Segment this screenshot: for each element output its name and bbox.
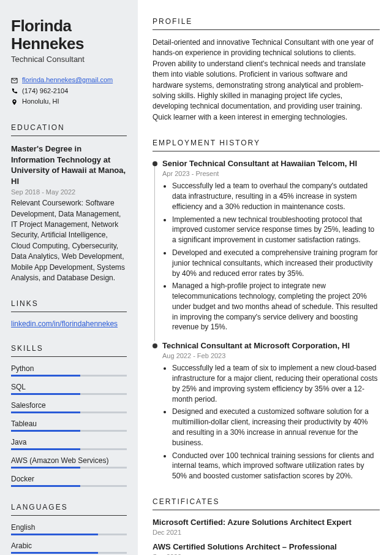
skill-label: Java [11, 438, 127, 446]
skill-bar [11, 393, 127, 395]
skills-heading: SKILLS [11, 344, 127, 353]
job-bullet: Successfully led a team of six to implem… [172, 363, 380, 404]
employment-heading: EMPLOYMENT HISTORY [153, 139, 380, 147]
skill-label: Python [11, 364, 127, 373]
job-bullet: Managed a high-profile project to integr… [172, 281, 380, 332]
certificate-entry: AWS Certified Solutions Architect – Prof… [153, 542, 380, 555]
name: Florinda Hennekes [11, 17, 127, 52]
skill-bar [11, 467, 127, 469]
education-dates: Sep 2018 - May 2022 [11, 188, 127, 196]
skills-list: PythonSQLSalesforceTableauJavaAWS (Amazo… [11, 364, 127, 487]
skill-item: Java [11, 438, 127, 450]
timeline-line [154, 166, 155, 341]
skill-label: AWS (Amazon Web Services) [11, 456, 127, 465]
skill-bar [11, 411, 127, 413]
education-degree: Master's Degree in Information Technolog… [11, 144, 127, 186]
skill-bar [11, 448, 127, 450]
location-icon [11, 99, 18, 105]
skill-bar-fill [11, 411, 80, 413]
certificate-title: Microsoft Certified: Azure Solutions Arc… [153, 518, 380, 527]
job-bullet: Developed and executed a comprehensive t… [172, 248, 380, 278]
jobs-list: Senior Technical Consultant at Hawaiian … [153, 159, 380, 481]
contact-phone-row: (174) 962-2104 [11, 86, 127, 97]
last-name: Hennekes [11, 34, 84, 53]
education-heading: EDUCATION [11, 123, 127, 132]
skill-label: English [11, 523, 127, 532]
skill-bar-fill [11, 375, 80, 377]
languages-heading: LANGUAGES [11, 503, 127, 511]
skill-label: Docker [11, 475, 127, 483]
profile-heading: PROFILE [153, 17, 380, 26]
skill-item: SQL [11, 383, 127, 395]
certificate-date: Dec 2021 [153, 529, 380, 536]
divider [11, 515, 127, 516]
skill-bar [11, 485, 127, 487]
email-link[interactable]: florinda.hennekes@gmail.com [22, 76, 113, 83]
email-icon [11, 77, 18, 84]
job-bullets: Successfully led a team of six to implem… [162, 363, 380, 481]
divider [11, 136, 127, 136]
skill-bar-fill [11, 393, 80, 395]
skill-bar [11, 552, 127, 554]
first-name: Florinda [11, 17, 72, 35]
skill-item: Tableau [11, 419, 127, 432]
job-bullet: Conducted over 100 technical training se… [172, 451, 380, 481]
certificate-title: AWS Certified Solutions Architect – Prof… [153, 542, 380, 551]
job-bullet: Successfully led a team to overhaul the … [172, 181, 380, 212]
skill-item: English [11, 523, 127, 535]
contact-location-row: Honolulu, HI [11, 96, 127, 107]
contact-email-row: florinda.hennekes@gmail.com [11, 75, 127, 86]
skill-bar-fill [11, 485, 80, 487]
linkedin-link[interactable]: linkedin.com/in/florindahennekes [11, 320, 118, 328]
main-column: PROFILE Detail-oriented and innovative T… [138, 0, 392, 555]
skill-bar [11, 534, 127, 535]
job-title: Senior Technical Consultant at Hawaiian … [162, 159, 380, 168]
job-title: Technical Consultant [11, 55, 127, 64]
job-entry: Technical Consultant at Microsoft Corpor… [153, 341, 380, 481]
location-text: Honolulu, HI [22, 98, 59, 105]
resume-page: Florinda Hennekes Technical Consultant f… [0, 0, 392, 555]
links-heading: LINKS [11, 299, 127, 308]
skill-bar [11, 375, 127, 377]
skill-label: Arabic [11, 542, 127, 550]
phone-text: (174) 962-2104 [22, 87, 68, 94]
divider [153, 151, 380, 151]
skill-bar-fill [11, 467, 80, 469]
skill-item: AWS (Amazon Web Services) [11, 456, 127, 469]
languages-list: EnglishArabic [11, 523, 127, 554]
contact-block: florinda.hennekes@gmail.com (174) 962-21… [11, 75, 127, 107]
divider [153, 29, 380, 30]
job-dates: Apr 2023 - Present [162, 170, 380, 177]
skill-label: Tableau [11, 419, 127, 428]
certificate-entry: Microsoft Certified: Azure Solutions Arc… [153, 518, 380, 536]
divider [11, 312, 127, 312]
skill-bar [11, 430, 127, 432]
skill-bar-fill [11, 534, 98, 535]
job-bullet: Implemented a new technical troubleshoot… [172, 215, 380, 245]
phone-icon [11, 88, 18, 94]
skill-item: Python [11, 364, 127, 377]
skill-bar-fill [11, 430, 80, 432]
timeline-dot-icon [153, 343, 157, 348]
skill-bar-fill [11, 552, 98, 554]
timeline-dot-icon [153, 161, 157, 166]
skill-item: Arabic [11, 542, 127, 554]
education-desc: Relevant Coursework: Software Developmen… [11, 198, 127, 283]
job-entry: Senior Technical Consultant at Hawaiian … [153, 159, 380, 332]
skill-label: Salesforce [11, 401, 127, 410]
divider [11, 356, 127, 357]
skill-bar-fill [11, 448, 80, 450]
job-dates: Aug 2022 - Feb 2023 [162, 352, 380, 359]
job-bullet: Designed and executed a customized softw… [172, 407, 380, 448]
profile-text: Detail-oriented and innovative Technical… [153, 37, 380, 123]
job-bullets: Successfully led a team to overhaul the … [162, 181, 380, 332]
certificates-heading: CERTIFICATES [153, 497, 380, 506]
job-title: Technical Consultant at Microsoft Corpor… [162, 341, 380, 350]
divider [153, 510, 380, 510]
skill-item: Docker [11, 475, 127, 487]
certificates-list: Microsoft Certified: Azure Solutions Arc… [153, 518, 380, 555]
skill-label: SQL [11, 383, 127, 391]
skill-item: Salesforce [11, 401, 127, 413]
sidebar: Florinda Hennekes Technical Consultant f… [0, 0, 138, 555]
